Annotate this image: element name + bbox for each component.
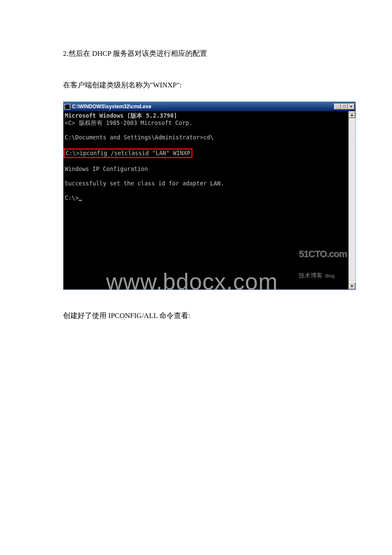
scroll-up-button[interactable]: ▲ [349, 111, 355, 118]
cmd-prompt-icon: C:\ [64, 104, 70, 110]
cmd-highlighted-command: C:\>ipconfig /setclassid "LAN" WINXP [63, 148, 193, 158]
cmd-line: Microsoft Windows [版本 5.2.3790] [65, 112, 177, 119]
cmd-window-title: C:\WINDOWS\system32\cmd.exe [72, 104, 334, 110]
doc-instruction-text: 在客户端创建类级别名称为"WINXP": [63, 80, 329, 91]
cmd-line: Windows IP Configuration [65, 165, 148, 172]
cmd-line: C:\Documents and Settings\Administrator>… [65, 134, 214, 141]
watermark-bdocx: www.bdocx.com [106, 278, 278, 285]
scroll-track[interactable] [349, 118, 355, 283]
cmd-titlebar: C:\ C:\WINDOWS\system32\cmd.exe _ □ × [63, 102, 355, 111]
cmd-window: C:\ C:\WINDOWS\system32\cmd.exe _ □ × Mi… [63, 101, 356, 290]
cmd-output-area: Microsoft Windows [版本 5.2.3790] <C> 版权所有… [63, 111, 349, 289]
cmd-prompt: C:\> [65, 194, 79, 201]
close-button[interactable]: × [348, 104, 355, 110]
watermark-51cto-sub: 技术博客 [299, 272, 323, 279]
doc-step-text: 2.然后在 DHCP 服务器对该类进行相应的配置 [63, 48, 329, 59]
maximize-button[interactable]: □ [341, 104, 348, 110]
vertical-scrollbar[interactable]: ▲ ▼ [349, 111, 355, 289]
cmd-line: <C> 版权所有 1985-2003 Microsoft Corp. [65, 119, 193, 126]
cmd-line: Successfully set the class id for adapte… [65, 180, 224, 187]
watermark-51cto-logo: 51CTO.com [299, 250, 347, 257]
doc-followup-text: 创建好了使用 IPCONFIG/ALL 命令查看: [63, 310, 329, 321]
scroll-down-button[interactable]: ▼ [349, 283, 355, 289]
watermark-51cto: 51CTO.com 技术博客 Blog [299, 236, 347, 287]
cursor-icon [79, 200, 82, 201]
minimize-button[interactable]: _ [334, 104, 341, 110]
watermark-51cto-blog: Blog [325, 272, 334, 280]
